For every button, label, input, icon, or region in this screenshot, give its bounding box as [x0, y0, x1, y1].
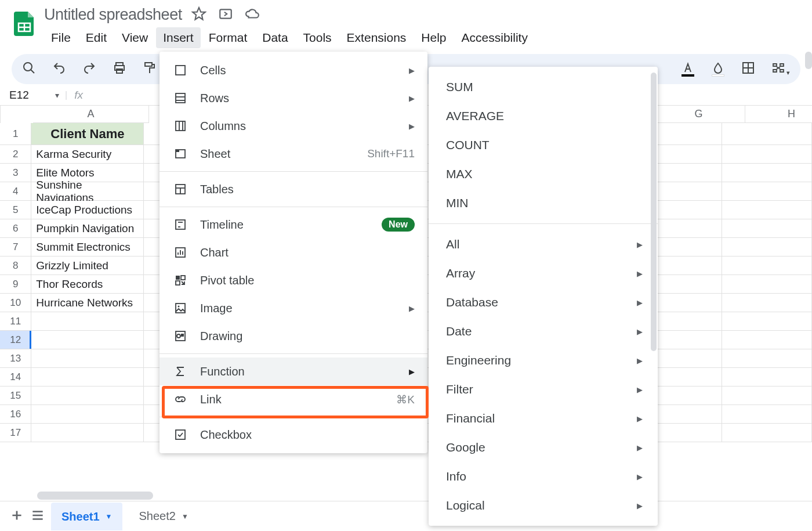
cell[interactable] [31, 331, 144, 349]
redo-icon[interactable] [82, 61, 96, 77]
function-category-array[interactable]: Array▶ [429, 259, 658, 288]
function-category-financial[interactable]: Financial▶ [429, 404, 658, 433]
cell[interactable]: Hurricane Networks [31, 294, 144, 312]
cell[interactable] [722, 294, 812, 312]
row-header[interactable]: 10 [0, 294, 31, 312]
sheet-tab-sheet2[interactable]: Sheet2▼ [128, 503, 198, 530]
menu-view[interactable]: View [115, 27, 155, 48]
menu-help[interactable]: Help [414, 27, 453, 48]
cell[interactable] [31, 386, 144, 405]
function-category-date[interactable]: Date▶ [429, 317, 658, 346]
menu-item-link[interactable]: Link⌘K [160, 385, 427, 413]
menu-data[interactable]: Data [255, 27, 295, 48]
menu-item-function[interactable]: Function▶ [160, 357, 427, 385]
add-sheet-button[interactable] [9, 508, 24, 525]
chevron-down-icon[interactable]: ▼ [182, 512, 188, 521]
function-min[interactable]: MIN [429, 189, 658, 218]
menu-item-tables[interactable]: Tables [160, 175, 427, 203]
cell[interactable] [722, 424, 812, 442]
cell[interactable] [722, 219, 812, 238]
menu-item-pivot-table[interactable]: Pivot table [160, 266, 427, 294]
horizontal-scrollbar-thumb[interactable] [37, 492, 153, 500]
menu-item-drawing[interactable]: Drawing [160, 322, 427, 350]
merge-cells-icon[interactable]: ▾ [771, 61, 790, 77]
menu-format[interactable]: Format [202, 27, 255, 48]
row-header[interactable]: 1 [0, 123, 31, 145]
menu-file[interactable]: File [44, 27, 78, 48]
cell[interactable] [31, 368, 144, 386]
star-icon[interactable] [191, 6, 206, 24]
cloud-status-icon[interactable] [245, 6, 260, 24]
cell[interactable] [722, 312, 812, 331]
search-icon[interactable] [22, 61, 36, 77]
cell[interactable] [722, 123, 812, 145]
fill-color-button[interactable] [711, 62, 725, 77]
cell[interactable] [722, 257, 812, 275]
cell[interactable] [722, 238, 812, 257]
undo-icon[interactable] [52, 61, 66, 77]
row-header[interactable]: 13 [0, 349, 31, 368]
row-header[interactable]: 4 [0, 182, 31, 201]
cell[interactable] [722, 145, 812, 164]
function-count[interactable]: COUNT [429, 131, 658, 160]
cell[interactable]: IceCap Productions [31, 201, 144, 219]
print-icon[interactable] [113, 61, 126, 77]
row-header[interactable]: 15 [0, 386, 31, 405]
row-header[interactable]: 17 [0, 424, 31, 442]
function-category-info[interactable]: Info▶ [429, 462, 658, 491]
row-header[interactable]: 9 [0, 275, 31, 294]
menu-item-rows[interactable]: Rows▶ [160, 84, 427, 112]
sheets-logo-icon[interactable] [12, 10, 37, 36]
row-header[interactable]: 16 [0, 405, 31, 424]
row-header[interactable]: 6 [0, 219, 31, 238]
cell[interactable] [31, 349, 144, 368]
menu-insert[interactable]: Insert [156, 27, 201, 48]
cell[interactable] [31, 312, 144, 331]
cell[interactable]: Grizzly Limited [31, 257, 144, 275]
menu-scrollbar-thumb[interactable] [805, 52, 812, 69]
function-category-filter[interactable]: Filter▶ [429, 375, 658, 404]
text-color-button[interactable] [681, 62, 695, 77]
cell[interactable]: Summit Electronics [31, 238, 144, 257]
sheet-tab-sheet1[interactable]: Sheet1▼ [51, 503, 122, 530]
borders-icon[interactable] [741, 61, 755, 77]
cell[interactable]: Pumpkin Navigation [31, 219, 144, 238]
move-icon[interactable] [218, 6, 233, 24]
row-header[interactable]: 11 [0, 312, 31, 331]
cell[interactable]: Sunshine Navigations [31, 182, 144, 201]
chevron-down-icon[interactable]: ▼ [106, 512, 113, 521]
menu-item-image[interactable]: Image▶ [160, 294, 427, 322]
menu-tools[interactable]: Tools [296, 27, 339, 48]
paint-format-icon[interactable] [143, 61, 157, 77]
cell[interactable]: Client Name [31, 123, 144, 145]
horizontal-scrollbar[interactable] [37, 490, 800, 501]
menu-item-timeline[interactable]: TimelineNew [160, 211, 427, 239]
column-header-h[interactable]: H [745, 106, 812, 123]
function-category-database[interactable]: Database▶ [429, 288, 658, 317]
function-max[interactable]: MAX [429, 160, 658, 189]
menu-edit[interactable]: Edit [79, 27, 114, 48]
row-header[interactable]: 2 [0, 145, 31, 164]
cell[interactable]: Thor Records [31, 275, 144, 294]
menu-item-checkbox[interactable]: Checkbox [160, 421, 427, 449]
menu-extensions[interactable]: Extensions [340, 27, 414, 48]
function-average[interactable]: AVERAGE [429, 102, 658, 131]
function-sum[interactable]: SUM [429, 73, 658, 102]
row-header[interactable]: 12 [0, 331, 31, 349]
menu-accessibility[interactable]: Accessibility [455, 27, 535, 48]
function-category-logical[interactable]: Logical▶ [429, 491, 658, 520]
cell[interactable] [722, 164, 812, 182]
cell[interactable]: Karma Security [31, 145, 144, 164]
function-category-google[interactable]: Google▶ [429, 433, 658, 462]
row-header[interactable]: 7 [0, 238, 31, 257]
cell[interactable] [722, 275, 812, 294]
all-sheets-button[interactable] [30, 508, 45, 525]
row-header[interactable]: 3 [0, 164, 31, 182]
menu-item-columns[interactable]: Columns▶ [160, 112, 427, 140]
cell[interactable] [722, 182, 812, 201]
name-box[interactable]: E12▾ [7, 89, 65, 102]
cell[interactable] [722, 405, 812, 424]
row-header[interactable]: 14 [0, 368, 31, 386]
row-header[interactable]: 8 [0, 257, 31, 275]
submenu-scrollbar-thumb[interactable] [651, 73, 657, 351]
